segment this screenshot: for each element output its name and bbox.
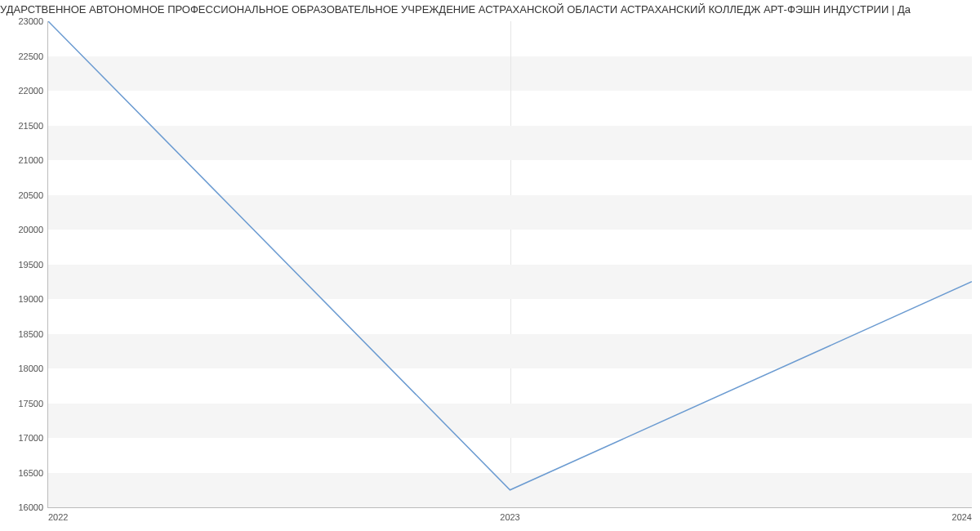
y-tick-label: 22000 — [18, 86, 43, 96]
plot-area: 1600016500170001750018000185001900019500… — [47, 21, 972, 508]
y-tick-label: 19500 — [18, 260, 43, 270]
y-tick-label: 17500 — [18, 399, 43, 408]
y-tick-label: 18000 — [18, 364, 43, 373]
y-tick-label: 21000 — [18, 155, 43, 165]
y-tick-label: 20500 — [18, 190, 43, 200]
y-tick-label: 22500 — [18, 51, 43, 61]
y-tick-label: 21500 — [18, 121, 43, 131]
chart-container: 1600016500170001750018000185001900019500… — [0, 18, 980, 531]
x-tick-label: 2024 — [952, 512, 972, 522]
y-tick-label: 17000 — [18, 433, 43, 443]
chart-title: УДАРСТВЕННОЕ АВТОНОМНОЕ ПРОФЕССИОНАЛЬНОЕ… — [0, 0, 980, 17]
y-tick-label: 23000 — [18, 16, 43, 26]
y-tick-label: 16000 — [18, 502, 43, 512]
series-line — [48, 21, 972, 490]
line-layer — [48, 21, 972, 507]
y-tick-label: 18500 — [18, 329, 43, 339]
y-tick-label: 16500 — [18, 468, 43, 478]
x-tick-label: 2023 — [500, 512, 519, 522]
y-tick-label: 19000 — [18, 294, 43, 304]
y-tick-label: 20000 — [18, 225, 43, 234]
x-tick-label: 2022 — [48, 512, 68, 522]
